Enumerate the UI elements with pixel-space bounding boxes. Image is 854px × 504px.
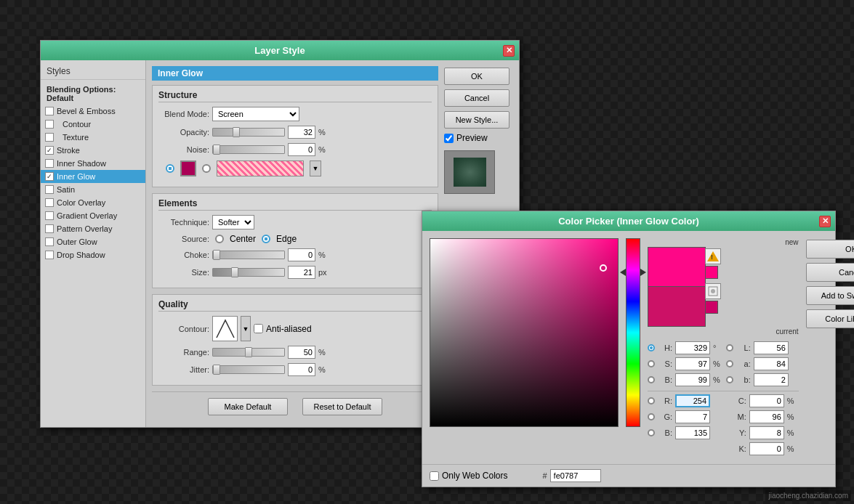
contour-preview[interactable] xyxy=(212,316,238,341)
sidebar-item-gradient-overlay[interactable]: Gradient Overlay xyxy=(41,209,145,222)
gradient-radio[interactable] xyxy=(202,164,211,173)
technique-select[interactable]: Softer xyxy=(212,215,254,229)
layer-style-close-button[interactable]: ✕ xyxy=(503,45,515,57)
gamut-warning-icon[interactable] xyxy=(705,248,721,264)
color-libraries-button[interactable]: Color Libraries xyxy=(806,309,854,328)
hue-bar[interactable] xyxy=(626,238,640,427)
noise-input[interactable] xyxy=(288,143,315,156)
inner-glow-checkbox[interactable] xyxy=(45,172,54,181)
edge-radio[interactable] xyxy=(262,235,270,243)
color-picker-close-button[interactable]: ✕ xyxy=(819,216,831,227)
size-slider-track[interactable] xyxy=(212,268,285,277)
cancel-button[interactable]: Cancel xyxy=(444,89,509,107)
web-safe-swatch[interactable] xyxy=(705,266,718,279)
edge-label: Edge xyxy=(276,234,297,244)
gradient-preview[interactable] xyxy=(217,160,304,176)
sidebar-item-stroke[interactable]: Stroke xyxy=(41,144,145,157)
center-radio[interactable] xyxy=(215,235,224,243)
jitter-input[interactable] xyxy=(288,363,315,376)
red-value-input[interactable] xyxy=(675,394,710,407)
a-radio[interactable] xyxy=(726,360,733,367)
hue-radio[interactable] xyxy=(648,344,655,351)
blue-value-input[interactable] xyxy=(675,426,710,439)
range-input[interactable] xyxy=(288,346,315,359)
alt-swatch[interactable] xyxy=(705,301,718,314)
green-radio[interactable] xyxy=(648,413,655,420)
b-lab-value-input[interactable] xyxy=(754,373,789,386)
solid-color-radio[interactable] xyxy=(166,164,174,173)
jitter-slider-thumb[interactable] xyxy=(213,365,220,375)
drop-shadow-checkbox[interactable] xyxy=(45,251,54,259)
brightness-radio[interactable] xyxy=(648,376,655,383)
new-style-button[interactable]: New Style... xyxy=(444,111,509,129)
choke-slider-thumb[interactable] xyxy=(213,250,220,260)
inner-shadow-checkbox[interactable] xyxy=(45,159,54,168)
jitter-slider-track[interactable] xyxy=(212,365,285,374)
color-overlay-checkbox[interactable] xyxy=(45,198,54,207)
out-of-gamut-icon[interactable] xyxy=(705,283,721,299)
C-value-input[interactable] xyxy=(749,394,784,407)
bevel-emboss-checkbox[interactable] xyxy=(45,107,54,115)
reset-to-default-button[interactable]: Reset to Default xyxy=(302,398,382,415)
brightness-value-input[interactable] xyxy=(675,373,710,386)
opacity-input[interactable] xyxy=(288,126,315,139)
green-value-input[interactable] xyxy=(675,410,710,423)
gradient-dropdown-arrow[interactable]: ▼ xyxy=(310,160,321,176)
hex-input[interactable] xyxy=(550,469,601,482)
texture-checkbox[interactable] xyxy=(45,133,54,142)
only-web-colors-checkbox[interactable] xyxy=(430,471,439,481)
sidebar-item-blending-options[interactable]: Blending Options: Default xyxy=(41,83,145,105)
choke-slider-track[interactable] xyxy=(212,251,285,259)
sidebar-item-outer-glow[interactable]: Outer Glow xyxy=(41,235,145,248)
contour-checkbox[interactable] xyxy=(45,120,54,129)
L-radio[interactable] xyxy=(726,344,733,351)
L-value-input[interactable] xyxy=(754,341,789,354)
hue-value-input[interactable] xyxy=(675,341,710,354)
color-gradient-square[interactable] xyxy=(430,238,619,427)
size-input[interactable] xyxy=(288,266,315,279)
color-preview-values: new xyxy=(648,238,799,457)
color-picker-title: Color Picker (Inner Glow Color) xyxy=(558,216,699,227)
blue-radio[interactable] xyxy=(648,429,655,436)
contour-dropdown-arrow[interactable]: ▼ xyxy=(241,316,251,341)
color-swatch[interactable] xyxy=(180,160,196,176)
M-value-input[interactable] xyxy=(749,410,784,423)
sidebar-item-bevel-emboss[interactable]: Bevel & Emboss xyxy=(41,105,145,118)
noise-slider-track[interactable] xyxy=(212,145,285,154)
choke-input[interactable] xyxy=(288,248,315,261)
sidebar-item-satin[interactable]: Satin xyxy=(41,183,145,196)
pattern-overlay-checkbox[interactable] xyxy=(45,224,54,233)
sidebar-item-contour[interactable]: Contour xyxy=(41,118,145,131)
make-default-button[interactable]: Make Default xyxy=(208,398,288,415)
range-slider-track[interactable] xyxy=(212,348,285,357)
noise-slider-thumb[interactable] xyxy=(213,145,220,155)
cp-cancel-button[interactable]: Cancel xyxy=(806,263,854,282)
sidebar-item-drop-shadow[interactable]: Drop Shadow xyxy=(41,248,145,261)
anti-aliased-checkbox[interactable] xyxy=(254,324,263,333)
size-slider-thumb[interactable] xyxy=(231,267,238,277)
sidebar-item-inner-glow[interactable]: Inner Glow xyxy=(41,170,145,183)
saturation-radio[interactable] xyxy=(648,360,655,367)
a-value-input[interactable] xyxy=(754,357,789,370)
preview-checkbox[interactable] xyxy=(444,134,454,143)
sidebar-item-color-overlay[interactable]: Color Overlay xyxy=(41,196,145,209)
ok-button[interactable]: OK xyxy=(444,68,509,85)
K-value-input[interactable] xyxy=(749,442,784,455)
red-radio[interactable] xyxy=(648,397,655,405)
opacity-slider-track[interactable] xyxy=(212,128,285,137)
add-to-swatches-button[interactable]: Add to Swatches xyxy=(806,286,854,305)
blend-mode-select[interactable]: Screen xyxy=(212,107,299,121)
b-lab-radio[interactable] xyxy=(726,376,733,383)
cp-ok-button[interactable]: OK xyxy=(806,240,854,259)
satin-checkbox[interactable] xyxy=(45,185,54,194)
outer-glow-checkbox[interactable] xyxy=(45,237,54,246)
sidebar-item-texture[interactable]: Texture xyxy=(41,131,145,144)
sidebar-item-inner-shadow[interactable]: Inner Shadow xyxy=(41,157,145,170)
range-slider-thumb[interactable] xyxy=(245,347,252,357)
sidebar-item-pattern-overlay[interactable]: Pattern Overlay xyxy=(41,222,145,235)
Y-value-input[interactable] xyxy=(749,426,784,439)
stroke-checkbox[interactable] xyxy=(45,146,54,155)
opacity-slider-thumb[interactable] xyxy=(233,127,240,137)
gradient-overlay-checkbox[interactable] xyxy=(45,211,54,220)
saturation-value-input[interactable] xyxy=(675,357,710,370)
